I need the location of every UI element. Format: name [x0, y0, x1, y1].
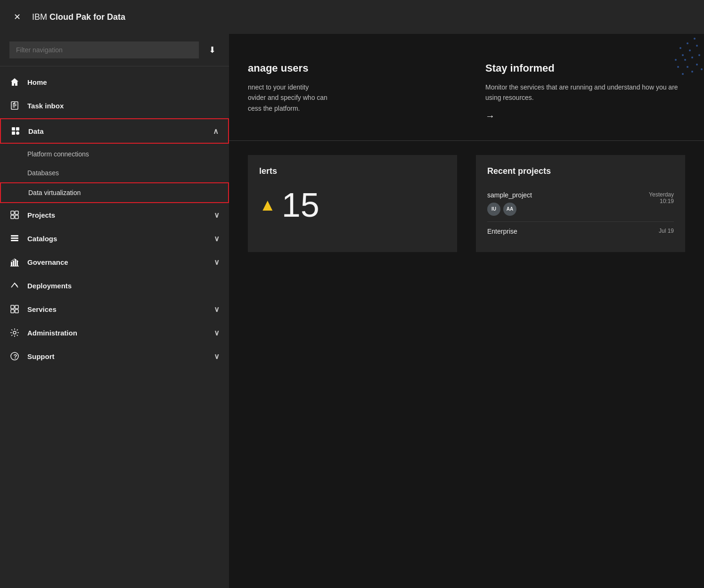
sidebar-item-platform-connections[interactable]: Platform connections [0, 145, 229, 163]
svg-rect-1 [12, 127, 15, 131]
alerts-title: lerts [259, 166, 446, 176]
support-label: Support [27, 352, 206, 360]
stay-informed-card: Stay informed Monitor the services that … [485, 62, 685, 122]
support-chevron: ∨ [214, 352, 220, 361]
sidebar-item-projects[interactable]: Projects ∨ [0, 203, 229, 227]
svg-point-4 [16, 131, 19, 135]
project-1-info: sample_project IU AA [487, 191, 532, 216]
project-2-date: Jul 19 [659, 228, 674, 234]
task-inbox-icon [9, 100, 20, 111]
manage-users-title: anage users [248, 62, 448, 74]
project-2-name[interactable]: Enterprise [487, 228, 517, 235]
main-layout: ⬇ Home [0, 34, 704, 588]
governance-label: Governance [27, 258, 206, 266]
filter-nav-input[interactable] [9, 41, 199, 58]
svg-rect-19 [11, 310, 14, 313]
home-label: Home [27, 78, 220, 86]
manage-users-card: anage users nnect to your identity ovide… [248, 62, 448, 122]
filter-nav-container: ⬇ [0, 34, 229, 66]
governance-chevron: ∨ [214, 258, 220, 267]
data-sub-items: Platform connections Databases Data virt… [0, 145, 229, 203]
svg-point-21 [13, 331, 16, 334]
sidebar-item-data-virtualization[interactable]: Data virtualization [0, 182, 229, 203]
project-1-avatars: IU AA [487, 203, 532, 216]
services-label: Services [27, 305, 206, 313]
svg-rect-6 [15, 211, 18, 214]
sidebar-item-administration[interactable]: Administration ∨ [0, 321, 229, 344]
info-cards-section: anage users nnect to your identity ovide… [229, 34, 704, 141]
sidebar-item-services[interactable]: Services ∨ [0, 297, 229, 321]
deployments-icon [9, 280, 20, 291]
svg-rect-13 [13, 261, 14, 266]
manage-users-desc: nnect to your identity ovider and specif… [248, 82, 448, 114]
svg-rect-18 [15, 305, 18, 309]
support-icon: ? [9, 351, 20, 361]
projects-icon [9, 210, 20, 220]
project-row-2: Enterprise Jul 19 [487, 222, 674, 241]
catalogs-icon [9, 233, 20, 244]
home-icon [9, 77, 20, 87]
services-chevron: ∨ [214, 305, 220, 314]
sidebar: ⬇ Home [0, 34, 229, 588]
svg-rect-2 [16, 127, 19, 131]
deployments-label: Deployments [27, 282, 220, 290]
stay-informed-arrow[interactable]: → [485, 111, 685, 122]
svg-rect-15 [16, 261, 18, 266]
stay-informed-desc: Monitor the services that are running an… [485, 82, 685, 103]
svg-rect-20 [15, 310, 18, 313]
svg-rect-12 [11, 262, 12, 266]
project-1-date: Yesterday 10:19 [649, 191, 674, 204]
sidebar-item-governance[interactable]: Governance ∨ [0, 250, 229, 274]
svg-rect-10 [11, 237, 18, 239]
svg-rect-11 [11, 240, 18, 241]
alerts-card: lerts ▲ 15 [248, 155, 457, 252]
services-icon [9, 304, 20, 314]
sidebar-item-databases[interactable]: Databases [0, 163, 229, 182]
projects-label: Projects [27, 211, 206, 219]
topbar: ✕ IBM Cloud Pak for Data [0, 0, 704, 34]
alert-number: ▲ 15 [259, 186, 446, 224]
data-label: Data [28, 127, 205, 135]
svg-rect-9 [11, 235, 18, 237]
nav-section: Home Task inbox [0, 66, 229, 372]
svg-rect-5 [11, 211, 14, 214]
avatar-AA: AA [503, 203, 516, 216]
app-title: IBM Cloud Pak for Data [32, 12, 125, 22]
administration-icon [9, 327, 20, 338]
catalogs-chevron: ∨ [214, 234, 220, 243]
data-chevron: ∧ [213, 127, 219, 136]
svg-rect-8 [15, 215, 18, 219]
svg-rect-16 [10, 266, 19, 267]
svg-rect-3 [12, 131, 15, 135]
recent-projects-title: Recent projects [487, 166, 674, 176]
projects-chevron: ∨ [214, 211, 220, 220]
recent-projects-card: Recent projects sample_project IU AA Yes… [476, 155, 685, 252]
avatar-IU: IU [487, 203, 500, 216]
sidebar-item-data[interactable]: Data ∧ [0, 118, 229, 144]
project-1-name[interactable]: sample_project [487, 191, 532, 199]
sidebar-item-support[interactable]: ? Support ∨ [0, 344, 229, 368]
svg-text:?: ? [14, 353, 17, 360]
bottom-section: lerts ▲ 15 Recent projects sample_projec… [229, 141, 704, 266]
data-icon [10, 126, 21, 136]
sidebar-item-deployments[interactable]: Deployments [0, 274, 229, 297]
close-button[interactable]: ✕ [9, 9, 25, 24]
svg-rect-7 [11, 215, 14, 219]
collapse-icon[interactable]: ⬇ [205, 42, 220, 57]
sidebar-item-catalogs[interactable]: Catalogs ∨ [0, 227, 229, 250]
task-inbox-label: Task inbox [27, 102, 220, 110]
alert-triangle-icon: ▲ [259, 195, 276, 215]
catalogs-label: Catalogs [27, 235, 206, 243]
sidebar-item-home[interactable]: Home [0, 70, 229, 94]
alert-count: 15 [282, 186, 319, 224]
governance-icon [9, 257, 20, 267]
project-row-1: sample_project IU AA Yesterday 10:19 [487, 186, 674, 222]
sidebar-item-task-inbox[interactable]: Task inbox [0, 94, 229, 117]
administration-chevron: ∨ [214, 328, 220, 337]
content-area: anage users nnect to your identity ovide… [229, 34, 704, 588]
svg-rect-14 [15, 259, 16, 266]
svg-rect-17 [11, 305, 14, 309]
administration-label: Administration [27, 329, 206, 337]
stay-informed-title: Stay informed [485, 62, 685, 74]
